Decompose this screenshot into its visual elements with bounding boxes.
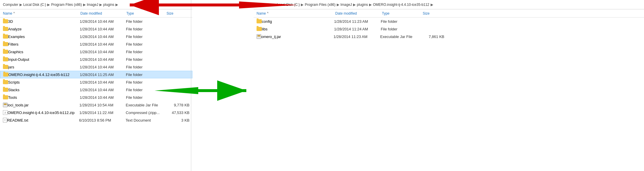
pane-divider bbox=[191, 0, 191, 171]
file-name: Filters bbox=[8, 42, 80, 46]
file-name: OMERO.insight-ij-4.4.12-ice35-b112 bbox=[8, 72, 80, 77]
table-row[interactable]: Tools 1/28/2014 10:44 AM File folder bbox=[0, 94, 192, 101]
right-breadcrumb-omero[interactable]: OMERO.insight-ij-4.4.10-ice35-b112 bbox=[373, 3, 429, 7]
table-row[interactable]: loci_tools.jar 1/28/2014 10:54 AM Execut… bbox=[0, 101, 192, 109]
left-breadcrumb-programfiles[interactable]: Program Files (x86) bbox=[51, 3, 82, 7]
folder-icon bbox=[3, 72, 8, 77]
folder-icon bbox=[3, 95, 8, 99]
sort-arrow-icon: ^ bbox=[13, 12, 15, 15]
table-row[interactable]: libs 1/28/2014 11:24 AM File folder bbox=[254, 25, 644, 33]
file-name: Graphics bbox=[8, 50, 80, 54]
right-col-headers: Name ^ Date modified Type Size bbox=[254, 9, 644, 18]
file-size: 7,861 KB bbox=[421, 34, 444, 39]
file-name: libs bbox=[262, 27, 334, 31]
left-breadcrumb-sep-5: ▶ bbox=[115, 3, 118, 7]
left-breadcrumb-imagej[interactable]: ImageJ bbox=[87, 3, 98, 7]
file-type: Text Document bbox=[126, 118, 166, 122]
folder-icon bbox=[3, 19, 8, 23]
right-col-name-header[interactable]: Name ^ bbox=[257, 11, 335, 15]
table-row[interactable]: jars 1/28/2014 10:44 AM File folder bbox=[0, 63, 192, 71]
folder-icon bbox=[3, 57, 8, 61]
right-col-type-header[interactable]: Type bbox=[382, 11, 423, 15]
right-col-size-header[interactable]: Size bbox=[423, 11, 446, 15]
file-date: 1/28/2014 10:44 AM bbox=[80, 27, 126, 31]
folder-icon bbox=[3, 27, 8, 31]
table-row[interactable]: Graphics 1/28/2014 10:44 AM File folder bbox=[0, 48, 192, 56]
left-col-name-header[interactable]: Name ^ bbox=[3, 11, 80, 15]
table-row[interactable]: Filters 1/28/2014 10:44 AM File folder bbox=[0, 40, 192, 48]
folder-icon bbox=[3, 65, 8, 69]
right-breadcrumb-plugins[interactable]: plugins bbox=[357, 3, 368, 7]
file-date: 1/28/2014 10:44 AM bbox=[80, 88, 126, 92]
right-file-list: config 1/28/2014 11:23 AM File folder li… bbox=[254, 18, 644, 171]
folder-icon bbox=[3, 42, 8, 46]
right-breadcrumb-computer[interactable]: Computer bbox=[257, 3, 272, 7]
file-type: File folder bbox=[126, 72, 166, 77]
right-breadcrumb: Computer ▶ Local Disk (C:) ▶ Program Fil… bbox=[254, 0, 644, 9]
file-type: File folder bbox=[126, 50, 166, 54]
file-name: Examples bbox=[8, 34, 80, 39]
left-col-date-header[interactable]: Date modified bbox=[80, 11, 127, 15]
right-col-date-header[interactable]: Date modified bbox=[335, 11, 382, 15]
table-row[interactable]: omero_ij.jar 1/28/2014 11:23 AM Executab… bbox=[254, 33, 644, 40]
file-date: 1/28/2014 10:54 AM bbox=[79, 103, 126, 107]
jar-icon bbox=[257, 34, 261, 39]
file-name: README.txt bbox=[7, 118, 79, 122]
left-breadcrumb-sep-1: ▶ bbox=[20, 3, 22, 7]
right-breadcrumb-imagej[interactable]: ImageJ bbox=[341, 3, 352, 7]
left-breadcrumb-localdisk[interactable]: Local Disk (C:) bbox=[23, 3, 46, 7]
left-breadcrumb-computer[interactable]: Computer bbox=[3, 3, 18, 7]
file-date: 6/10/2013 8:56 PM bbox=[79, 118, 126, 122]
file-type: File folder bbox=[126, 95, 166, 100]
file-date: 1/28/2014 10:44 AM bbox=[80, 57, 126, 62]
right-breadcrumb-sep-5: ▶ bbox=[369, 3, 372, 7]
file-type: Compressed (zipp... bbox=[126, 110, 166, 115]
right-sort-arrow-icon: ^ bbox=[267, 12, 269, 15]
table-row[interactable]: 3D 1/28/2014 10:44 AM File folder bbox=[0, 18, 192, 25]
folder-icon bbox=[257, 19, 262, 23]
table-row[interactable]: Scripts 1/28/2014 10:44 AM File folder bbox=[0, 78, 192, 86]
file-date: 1/28/2014 10:44 AM bbox=[80, 80, 126, 84]
file-date: 1/28/2014 10:44 AM bbox=[80, 34, 126, 39]
left-breadcrumb-sep-2: ▶ bbox=[47, 3, 50, 7]
folder-icon bbox=[257, 27, 262, 31]
left-col-size-header[interactable]: Size bbox=[166, 11, 189, 15]
file-size: 9,778 KB bbox=[166, 103, 189, 107]
file-type: File folder bbox=[126, 42, 166, 46]
table-row[interactable]: OMERO.insight-ij-4.4.12-ice35-b112 1/28/… bbox=[0, 71, 192, 78]
table-row[interactable]: Stacks 1/28/2014 10:44 AM File folder bbox=[0, 86, 192, 94]
left-col-type-header[interactable]: Type bbox=[126, 11, 166, 15]
right-breadcrumb-sep-3: ▶ bbox=[337, 3, 339, 7]
table-row[interactable]: Examples 1/28/2014 10:44 AM File folder bbox=[0, 33, 192, 40]
left-breadcrumb-sep-4: ▶ bbox=[99, 3, 102, 7]
jar-icon bbox=[3, 103, 8, 107]
left-breadcrumb-sep-3: ▶ bbox=[83, 3, 86, 7]
left-pane: Computer ▶ Local Disk (C:) ▶ Program Fil… bbox=[0, 0, 192, 171]
table-row[interactable]: config 1/28/2014 11:23 AM File folder bbox=[254, 18, 644, 25]
file-name: Input-Output bbox=[8, 57, 80, 62]
file-name: jars bbox=[8, 65, 80, 69]
file-type: Executable Jar File bbox=[380, 34, 421, 39]
right-pane: Computer ▶ Local Disk (C:) ▶ Program Fil… bbox=[254, 0, 644, 171]
file-name: 3D bbox=[8, 19, 80, 24]
file-name: Scripts bbox=[8, 80, 80, 84]
file-size: 47,533 KB bbox=[166, 110, 189, 115]
right-breadcrumb-programfiles[interactable]: Program Files (x86) bbox=[305, 3, 335, 7]
file-name: Tools bbox=[8, 95, 80, 100]
file-type: File folder bbox=[381, 27, 422, 31]
table-row[interactable]: T README.txt 6/10/2013 8:56 PM Text Docu… bbox=[0, 116, 192, 124]
left-breadcrumb-plugins[interactable]: plugins bbox=[103, 3, 114, 7]
table-row[interactable]: Z OMERO.insight-ij-4.4.10-ice35-b112.zip… bbox=[0, 109, 192, 116]
file-date: 1/28/2014 10:44 AM bbox=[80, 42, 126, 46]
file-type: Executable Jar File bbox=[126, 103, 166, 107]
left-breadcrumb: Computer ▶ Local Disk (C:) ▶ Program Fil… bbox=[0, 0, 192, 9]
right-breadcrumb-localdisk[interactable]: Local Disk (C:) bbox=[277, 3, 300, 7]
file-name: loci_tools.jar bbox=[8, 103, 79, 107]
file-name: config bbox=[262, 19, 334, 24]
table-row[interactable]: Analyze 1/28/2014 10:44 AM File folder bbox=[0, 25, 192, 33]
left-file-list: 3D 1/28/2014 10:44 AM File folder Analyz… bbox=[0, 18, 192, 171]
right-breadcrumb-sep-6: ▶ bbox=[431, 3, 433, 7]
file-date: 1/28/2014 10:44 AM bbox=[80, 95, 126, 100]
table-row[interactable]: Input-Output 1/28/2014 10:44 AM File fol… bbox=[0, 56, 192, 63]
file-date: 1/28/2014 10:44 AM bbox=[80, 50, 126, 54]
